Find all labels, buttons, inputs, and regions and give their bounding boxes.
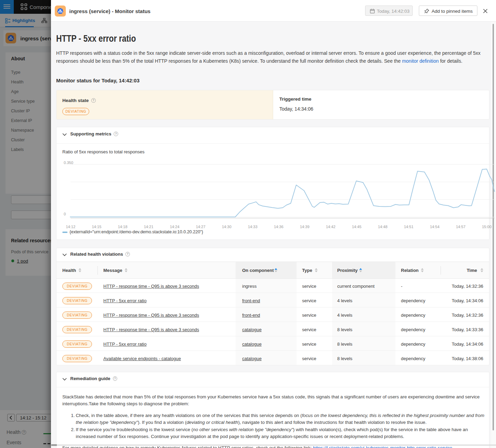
svg-text:14:42: 14:42 xyxy=(326,225,335,229)
svg-text:14:12: 14:12 xyxy=(66,225,75,229)
svg-text:14:39: 14:39 xyxy=(300,225,310,229)
svg-text:14:54: 14:54 xyxy=(430,225,440,229)
svg-text:15:00: 15:00 xyxy=(482,225,492,229)
svg-text:14:15: 14:15 xyxy=(92,225,102,229)
svg-text:14:33: 14:33 xyxy=(248,225,258,229)
svg-text:14:21: 14:21 xyxy=(144,225,154,229)
svg-text:14:36: 14:36 xyxy=(274,225,283,229)
svg-text:14:57: 14:57 xyxy=(456,225,466,229)
svg-text:14:48: 14:48 xyxy=(378,225,388,229)
svg-text:0: 0 xyxy=(64,212,66,216)
svg-text:14:24: 14:24 xyxy=(170,225,179,229)
svg-text:14:18: 14:18 xyxy=(118,225,127,229)
svg-text:14:45: 14:45 xyxy=(352,225,362,229)
svg-text:0.350: 0.350 xyxy=(64,161,73,165)
svg-text:14:27: 14:27 xyxy=(196,225,206,229)
svg-text:14:51: 14:51 xyxy=(404,225,414,229)
svg-text:14:30: 14:30 xyxy=(222,225,231,229)
